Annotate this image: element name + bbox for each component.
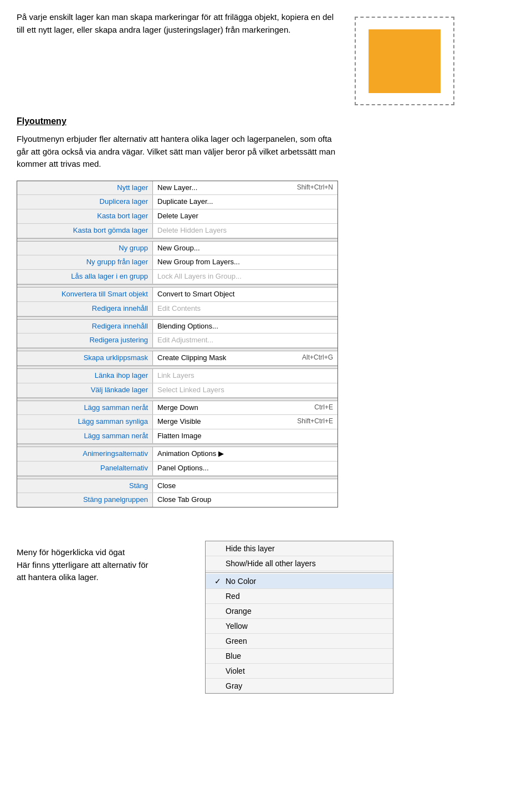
- ctx-item[interactable]: Yellow: [206, 619, 393, 634]
- menu-left-label: Kasta bort gömda lager: [17, 224, 153, 238]
- menu-right-content: Close: [153, 479, 337, 493]
- menu-row[interactable]: Lägg samman neråtMerge DownCtrl+E: [17, 401, 337, 416]
- ctx-item-label: Hide this layer: [226, 544, 275, 553]
- ctx-item[interactable]: Orange: [206, 604, 393, 619]
- menu-right-content: New Layer...Shift+Ctrl+N: [153, 181, 337, 195]
- menu-row[interactable]: Lägg samman synligaMerge VisibleShift+Ct…: [17, 415, 337, 429]
- menu-item-label: Select Linked Layers: [157, 384, 224, 396]
- menu-item-label: Edit Adjustment...: [157, 335, 213, 346]
- menu-left-label: Skapa urklippsmask: [17, 351, 153, 365]
- menu-left-label: Lägg samman synliga: [17, 415, 153, 429]
- menu-left-label: Animeringsalternativ: [17, 447, 153, 461]
- menu-left-label: Ny grupp från lager: [17, 255, 153, 269]
- flyout-desc: Flyoutmenyn erbjuder fler alternativ att…: [17, 133, 338, 171]
- menu-item-label: Duplicate Layer...: [157, 196, 213, 208]
- ctx-item[interactable]: ✓No Color: [206, 574, 393, 589]
- menu-item-label: Edit Contents: [157, 303, 201, 315]
- menu-item-label: Lock All Layers in Group...: [157, 271, 242, 283]
- ctx-item[interactable]: Hide this layer: [206, 541, 393, 556]
- menu-row[interactable]: Välj länkade lagerSelect Linked Layers: [17, 383, 337, 398]
- menu-item-label: New Group...: [157, 243, 200, 254]
- menu-left-label: Redigera justering: [17, 334, 153, 347]
- menu-row[interactable]: Ny gruppNew Group...: [17, 242, 337, 256]
- ctx-item[interactable]: Gray: [206, 679, 393, 693]
- menu-row[interactable]: StängClose: [17, 479, 337, 494]
- ctx-item-label: Yellow: [226, 622, 248, 630]
- menu-row[interactable]: Konvertera till Smart objektConvert to S…: [17, 288, 337, 302]
- menu-shortcut: Shift+Ctrl+E: [297, 416, 333, 428]
- ctx-item[interactable]: Red: [206, 589, 393, 604]
- ctx-item[interactable]: Show/Hide all other layers: [206, 556, 393, 571]
- orange-box: [369, 29, 441, 93]
- flyout-heading: Flyoutmeny: [17, 116, 515, 126]
- ctx-item-label: Show/Hide all other layers: [226, 559, 316, 568]
- menu-item-label: Delete Hidden Layers: [157, 225, 227, 237]
- menu-item-label: Convert to Smart Object: [157, 289, 234, 300]
- menu-row[interactable]: Redigera innehållBlending Options...: [17, 320, 337, 334]
- context-menu: Hide this layerShow/Hide all other layer…: [205, 541, 393, 694]
- menu-shortcut: Alt+Ctrl+G: [302, 352, 333, 364]
- ctx-item[interactable]: Violet: [206, 664, 393, 679]
- menu-right-content: Panel Options...: [153, 462, 337, 475]
- ctx-item-label: Gray: [226, 681, 242, 690]
- intro-text: På varje enskilt lager kan man skapa mar…: [17, 11, 338, 36]
- menu-item-label: Merge Down: [157, 402, 198, 414]
- menu-row[interactable]: PanelalternativPanel Options...: [17, 462, 337, 476]
- menu-row[interactable]: Kasta bort lagerDelete Layer: [17, 209, 337, 224]
- second-line1: Meny för högerklicka vid ögat: [17, 546, 183, 559]
- menu-left-label: Duplicera lager: [17, 195, 153, 209]
- menu-row[interactable]: Ny grupp från lagerNew Group from Layers…: [17, 255, 337, 270]
- menu-row[interactable]: Skapa urklippsmaskCreate Clipping MaskAl…: [17, 351, 337, 366]
- second-line2: Här finns ytterligare att alternativ för: [17, 559, 183, 572]
- menu-right-content: Animation Options ▶: [153, 447, 337, 461]
- menu-right-content: New Group...: [153, 242, 337, 255]
- ctx-item-label: Violet: [226, 666, 245, 675]
- menu-item-label: New Group from Layers...: [157, 257, 240, 268]
- second-section: Meny för högerklicka vid ögat Här finns …: [17, 541, 515, 694]
- ctx-item-label: No Color: [226, 577, 256, 586]
- ctx-item-label: Blue: [226, 652, 241, 660]
- flyout-section: Flyoutmeny Flyoutmenyn erbjuder fler alt…: [17, 116, 515, 171]
- menu-item-label: Panel Options...: [157, 463, 209, 474]
- menu-right-content: Merge VisibleShift+Ctrl+E: [153, 415, 337, 429]
- menu-left-label: Lägg samman neråt: [17, 429, 153, 443]
- ctx-item[interactable]: Green: [206, 634, 393, 649]
- menu-right-content: Select Linked Layers: [153, 383, 337, 397]
- menu-right-content: Convert to Smart Object: [153, 288, 337, 301]
- ctx-item-label: Orange: [226, 607, 252, 616]
- second-line3: att hantera olika lager.: [17, 571, 183, 584]
- menu-item-label: Delete Layer: [157, 211, 198, 222]
- menu-row[interactable]: Redigera innehållEdit Contents: [17, 302, 337, 316]
- menu-left-label: Länka ihop lager: [17, 369, 153, 383]
- menu-row[interactable]: Nytt lagerNew Layer...Shift+Ctrl+N: [17, 181, 337, 196]
- menu-row[interactable]: Stäng panelgruppenClose Tab Group: [17, 493, 337, 507]
- menu-row[interactable]: Redigera justeringEdit Adjustment...: [17, 334, 337, 348]
- menu-row[interactable]: AnimeringsalternativAnimation Options ▶: [17, 447, 337, 462]
- menu-item-label: Flatten Image: [157, 430, 202, 442]
- ctx-item[interactable]: Blue: [206, 649, 393, 664]
- menu-right-content: Lock All Layers in Group...: [153, 270, 337, 284]
- menu-left-label: Lägg samman neråt: [17, 401, 153, 415]
- menu-left-label: Redigera innehåll: [17, 320, 153, 334]
- menu-left-label: Kasta bort lager: [17, 209, 153, 223]
- ctx-separator: [206, 572, 393, 573]
- menu-row[interactable]: Duplicera lagerDuplicate Layer...: [17, 195, 337, 209]
- menu-left-label: Redigera innehåll: [17, 302, 153, 316]
- menu-left-label: Stäng: [17, 479, 153, 493]
- menu-item-label: Blending Options...: [157, 321, 218, 332]
- menu-left-label: Välj länkade lager: [17, 383, 153, 397]
- menu-row[interactable]: Lås alla lager i en gruppLock All Layers…: [17, 270, 337, 284]
- menu-right-content: New Group from Layers...: [153, 255, 337, 269]
- menu-item-label: Link Layers: [157, 370, 194, 382]
- menu-right-content: Create Clipping MaskAlt+Ctrl+G: [153, 351, 337, 365]
- menu-row[interactable]: Länka ihop lagerLink Layers: [17, 369, 337, 383]
- menu-shortcut: Shift+Ctrl+N: [297, 182, 333, 194]
- menu-item-label: Animation Options ▶: [157, 448, 224, 460]
- menu-left-label: Panelalternativ: [17, 462, 153, 475]
- ctx-item-label: Red: [226, 592, 240, 601]
- menu-item-label: Merge Visible: [157, 416, 201, 428]
- menu-right-content: Merge DownCtrl+E: [153, 401, 337, 415]
- menu-left-label: Stäng panelgruppen: [17, 493, 153, 507]
- menu-row[interactable]: Kasta bort gömda lagerDelete Hidden Laye…: [17, 224, 337, 238]
- menu-row[interactable]: Lägg samman neråtFlatten Image: [17, 429, 337, 444]
